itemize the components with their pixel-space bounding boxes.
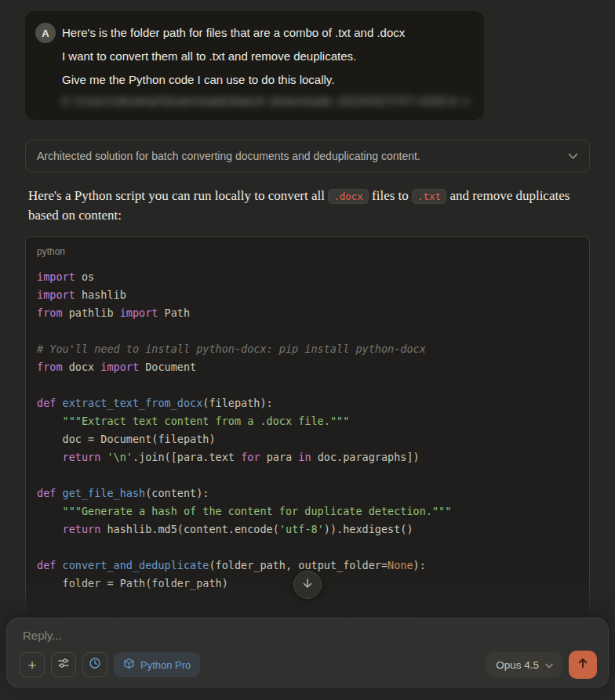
- code-line: def get_file_hash(content):: [37, 484, 578, 502]
- code-line: [37, 322, 578, 340]
- code-line: [37, 539, 578, 557]
- user-message-line: I want to convert them all to .txt and r…: [62, 48, 470, 64]
- arrow-up-icon: [577, 657, 589, 673]
- user-message-line: Give me the Python code I can use to do …: [62, 71, 470, 88]
- code-line: from docx import Document: [37, 358, 578, 376]
- reply-input[interactable]: Reply...: [23, 629, 62, 642]
- code-language-label: python: [37, 246, 578, 257]
- code-line: # You'll need to install python-docx: pi…: [37, 340, 578, 358]
- inline-code-txt: .txt: [412, 189, 446, 204]
- scroll-to-bottom-button[interactable]: [293, 571, 322, 599]
- package-icon: [123, 658, 135, 672]
- code-line: [37, 466, 578, 484]
- code-line: import os: [37, 268, 578, 286]
- history-button[interactable]: [82, 652, 107, 677]
- code-line: def extract_text_from_docx(filepath):: [37, 394, 578, 412]
- python-pro-label: Python Pro: [140, 659, 191, 671]
- user-message-card: A Here's is the folder path for files th…: [25, 11, 484, 120]
- arrow-down-icon: [301, 577, 314, 593]
- code-line: """Generate a hash of the content for du…: [37, 502, 578, 520]
- code-line: import hashlib: [37, 286, 578, 304]
- plus-icon: +: [27, 658, 36, 673]
- code-line: from pathlib import Path: [37, 304, 578, 322]
- code-line: return hashlib.md5(content.encode('utf-8…: [37, 520, 578, 539]
- chat-column: A Here's is the folder path for files th…: [25, 0, 590, 645]
- code-line: """Extract text content from a .docx fil…: [37, 412, 578, 430]
- chevron-down-icon: [545, 659, 553, 671]
- user-avatar: A: [35, 23, 56, 43]
- user-message-line: Here's is the folder path for files that…: [62, 24, 470, 41]
- model-label: Opus 4.5: [496, 659, 539, 671]
- model-selector[interactable]: Opus 4.5: [486, 652, 562, 677]
- intro-text: Here's a Python script you can run local…: [28, 188, 328, 203]
- code-line: return '\n'.join([para.text for para in …: [37, 448, 578, 466]
- intro-text: files to: [369, 188, 412, 203]
- redacted-file-path: C:\Users\dnwhal\Downloads\batch download…: [62, 95, 470, 107]
- code-line: doc = Document(filepath): [37, 430, 578, 448]
- thinking-summary-bar[interactable]: Architected solution for batch convertin…: [25, 140, 590, 172]
- assistant-intro: Here's a Python script you can run local…: [28, 187, 587, 225]
- send-button[interactable]: [569, 651, 597, 679]
- thinking-summary-text: Architected solution for batch convertin…: [37, 150, 560, 162]
- clock-icon: [89, 657, 101, 673]
- inline-code-docx: .docx: [328, 189, 369, 204]
- reply-composer: Reply... +: [6, 618, 609, 687]
- code-line: [37, 376, 578, 394]
- chevron-down-icon: [568, 149, 578, 163]
- python-pro-chip[interactable]: Python Pro: [114, 652, 200, 677]
- chat-page: A Here's is the folder path for files th…: [0, 0, 615, 700]
- composer-toolbar: +: [20, 651, 597, 679]
- sliders-icon: [57, 657, 70, 673]
- attach-button[interactable]: +: [20, 652, 45, 677]
- tools-settings-button[interactable]: [51, 652, 76, 677]
